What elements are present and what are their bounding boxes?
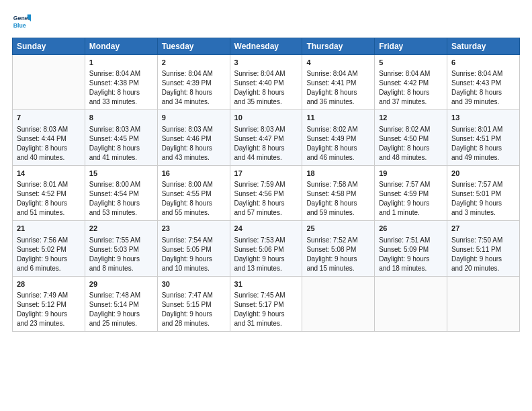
day-content-line: Sunrise: 8:01 AM (17, 180, 81, 189)
day-number: 1 (89, 58, 153, 68)
day-content-line: Sunset: 4:55 PM (162, 189, 226, 199)
day-content-line: Sunset: 4:44 PM (17, 134, 81, 144)
calendar-cell: 25Sunrise: 7:52 AMSunset: 5:08 PMDayligh… (302, 221, 375, 276)
day-content-line: Sunrise: 8:03 AM (89, 125, 153, 134)
day-content-line: Sunrise: 7:50 AM (451, 236, 515, 245)
day-content-line: Sunset: 5:11 PM (451, 245, 515, 255)
calendar-cell: 13Sunrise: 8:01 AMSunset: 4:51 PMDayligh… (447, 110, 520, 165)
day-content-line: Sunset: 4:51 PM (451, 134, 515, 144)
day-content-line: and 59 minutes. (306, 208, 370, 218)
day-content-line: Sunrise: 8:03 AM (17, 125, 81, 134)
calendar-cell: 29Sunrise: 7:48 AMSunset: 5:14 PMDayligh… (85, 276, 157, 331)
day-number: 16 (162, 169, 226, 179)
calendar-cell: 31Sunrise: 7:45 AMSunset: 5:17 PMDayligh… (230, 276, 302, 331)
calendar-cell: 7Sunrise: 8:03 AMSunset: 4:44 PMDaylight… (13, 110, 85, 165)
day-number: 9 (162, 113, 226, 123)
day-content-line: Sunrise: 8:04 AM (234, 69, 298, 79)
day-content-line: and 37 minutes. (379, 97, 443, 107)
calendar-cell: 16Sunrise: 8:00 AMSunset: 4:55 PMDayligh… (157, 165, 230, 220)
day-number: 11 (306, 113, 370, 123)
day-number: 18 (306, 169, 370, 179)
day-header-wednesday: Wednesday (230, 38, 302, 55)
day-content-line: Daylight: 9 hours (89, 255, 153, 264)
calendar-cell: 24Sunrise: 7:53 AMSunset: 5:06 PMDayligh… (230, 221, 302, 276)
logo: General Blue (12, 12, 35, 31)
calendar-cell: 11Sunrise: 8:02 AMSunset: 4:49 PMDayligh… (302, 110, 375, 165)
day-content-line: and 10 minutes. (162, 264, 226, 273)
day-content-line: Daylight: 8 hours (17, 144, 81, 153)
day-header-tuesday: Tuesday (157, 38, 230, 55)
day-number: 8 (89, 113, 153, 123)
day-content-line: Sunset: 4:54 PM (89, 189, 153, 199)
day-header-saturday: Saturday (447, 38, 520, 55)
day-content-line: and 13 minutes. (234, 264, 298, 273)
day-content-line: and 46 minutes. (306, 153, 370, 163)
day-content-line: Daylight: 8 hours (89, 199, 153, 208)
logo-icon: General Blue (12, 12, 31, 31)
calendar-cell: 26Sunrise: 7:51 AMSunset: 5:09 PMDayligh… (375, 221, 447, 276)
day-content-line: Sunset: 4:49 PM (306, 134, 370, 144)
day-content-line: and 55 minutes. (162, 208, 226, 218)
day-content-line: Sunset: 5:05 PM (162, 245, 226, 255)
day-content-line: Sunrise: 8:00 AM (89, 180, 153, 189)
day-content-line: and 1 minute. (379, 208, 443, 218)
day-content-line: Sunrise: 7:45 AM (234, 291, 298, 300)
page-header: General Blue (12, 12, 520, 31)
day-content-line: Sunset: 5:06 PM (234, 245, 298, 255)
day-content-line: Daylight: 9 hours (162, 255, 226, 264)
day-content-line: Daylight: 8 hours (234, 199, 298, 208)
day-content-line: Daylight: 8 hours (234, 88, 298, 97)
calendar-table: SundayMondayTuesdayWednesdayThursdayFrid… (12, 38, 520, 332)
calendar-week-5: 28Sunrise: 7:49 AMSunset: 5:12 PMDayligh… (13, 276, 520, 331)
day-content-line: Daylight: 9 hours (451, 199, 515, 208)
calendar-cell: 19Sunrise: 7:57 AMSunset: 4:59 PMDayligh… (375, 165, 447, 220)
day-content-line: Daylight: 9 hours (17, 310, 81, 319)
day-number: 2 (162, 58, 226, 68)
day-content-line: and 34 minutes. (162, 97, 226, 107)
day-number: 20 (451, 169, 515, 179)
day-content-line: and 57 minutes. (234, 208, 298, 218)
day-content-line: Sunrise: 8:03 AM (162, 125, 226, 134)
day-content-line: and 44 minutes. (234, 153, 298, 163)
calendar-cell: 2Sunrise: 8:04 AMSunset: 4:39 PMDaylight… (157, 55, 230, 110)
day-content-line: Sunrise: 8:04 AM (451, 69, 515, 79)
day-number: 31 (234, 279, 298, 289)
calendar-cell: 1Sunrise: 8:04 AMSunset: 4:38 PMDaylight… (85, 55, 157, 110)
day-content-line: Sunrise: 8:02 AM (306, 125, 370, 134)
day-content-line: Sunrise: 8:01 AM (451, 125, 515, 134)
day-content-line: and 53 minutes. (89, 208, 153, 218)
calendar-cell: 18Sunrise: 7:58 AMSunset: 4:58 PMDayligh… (302, 165, 375, 220)
day-content-line: Daylight: 9 hours (17, 255, 81, 264)
day-content-line: and 6 minutes. (17, 264, 81, 273)
calendar-week-1: 1Sunrise: 8:04 AMSunset: 4:38 PMDaylight… (13, 55, 520, 110)
day-content-line: Sunrise: 7:53 AM (234, 236, 298, 245)
day-header-sunday: Sunday (13, 38, 85, 55)
day-content-line: Sunrise: 7:57 AM (451, 180, 515, 189)
day-content-line: Daylight: 8 hours (162, 88, 226, 97)
day-content-line: Sunrise: 8:04 AM (379, 69, 443, 79)
day-content-line: Daylight: 9 hours (162, 310, 226, 319)
day-content-line: Daylight: 8 hours (162, 199, 226, 208)
day-content-line: Sunset: 4:56 PM (234, 189, 298, 199)
day-number: 25 (306, 224, 370, 234)
day-number: 21 (17, 224, 81, 234)
day-header-thursday: Thursday (302, 38, 375, 55)
day-content-line: and 20 minutes. (451, 264, 515, 273)
day-content-line: and 48 minutes. (379, 153, 443, 163)
day-header-friday: Friday (375, 38, 447, 55)
day-content-line: Sunset: 5:12 PM (17, 300, 81, 310)
day-content-line: Sunset: 4:43 PM (451, 79, 515, 88)
day-content-line: Daylight: 8 hours (17, 199, 81, 208)
day-number: 28 (17, 279, 81, 289)
day-content-line: Sunrise: 7:52 AM (306, 236, 370, 245)
day-content-line: Daylight: 8 hours (89, 88, 153, 97)
day-content-line: Sunrise: 7:49 AM (17, 291, 81, 300)
day-content-line: and 8 minutes. (89, 264, 153, 273)
calendar-cell: 17Sunrise: 7:59 AMSunset: 4:56 PMDayligh… (230, 165, 302, 220)
calendar-cell: 4Sunrise: 8:04 AMSunset: 4:41 PMDaylight… (302, 55, 375, 110)
day-content-line: Daylight: 8 hours (379, 88, 443, 97)
day-content-line: Daylight: 9 hours (89, 310, 153, 319)
day-number: 6 (451, 58, 515, 68)
day-content-line: and 3 minutes. (451, 208, 515, 218)
day-content-line: Sunset: 5:14 PM (89, 300, 153, 310)
